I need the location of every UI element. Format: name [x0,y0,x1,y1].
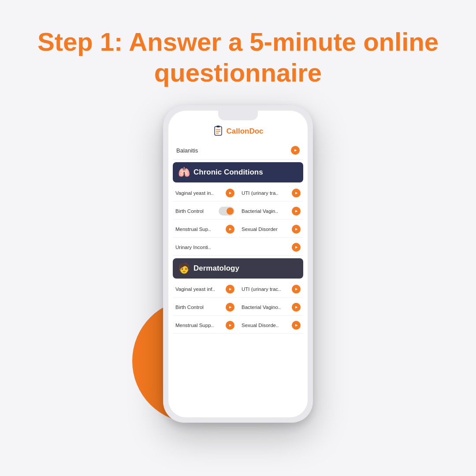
urinary-inconti-item[interactable]: Urinary Inconti.. [173,239,303,256]
phone-notch [218,111,258,120]
svg-rect-1 [216,126,220,127]
app-logo: CallonDoc [168,123,308,141]
derm-bacterial-arrow[interactable] [292,303,301,312]
derm-menstrual-label: Menstrual Supp.. [175,323,226,328]
urinary-inconti-label: Urinary Inconti.. [175,245,292,250]
phone-frame: CallonDoc Balanitis 🫁 Chronic Conditions… [163,105,313,423]
balanitis-arrow[interactable] [291,146,300,155]
derm-row-2: Birth Control Bacterial Vagino.. [173,299,303,316]
derm-birth-control-item[interactable]: Birth Control [173,299,237,316]
derm-uti-label: UTI (urinary trac.. [242,286,292,292]
derm-birth-control-arrow[interactable] [226,303,234,312]
svg-rect-0 [215,126,222,135]
uti-arrow[interactable] [292,189,301,197]
birth-control-item[interactable]: Birth Control [173,203,237,219]
menstrual-label: Menstrual Sup.. [175,227,226,232]
logo-name-start: Callon [226,127,249,135]
derm-menstrual-arrow[interactable] [226,321,234,330]
menstrual-arrow[interactable] [226,225,234,234]
menstrual-item[interactable]: Menstrual Sup.. [173,221,237,238]
derm-title: Dermatology [193,264,239,273]
balanitis-label: Balanitis [176,147,198,154]
chronic-conditions-header: 🫁 Chronic Conditions [173,162,303,182]
vaginal-yeast-arrow[interactable] [226,189,234,197]
derm-menstrual-item[interactable]: Menstrual Supp.. [173,317,237,334]
derm-bacterial-label: Bacterial Vagino.. [242,305,292,310]
derm-icon: 🧑 [178,263,190,274]
uti-label: UTI (urinary tra.. [242,190,292,196]
page-title: Step 1: Answer a 5-minute online questio… [0,26,476,88]
logo-name-end: Doc [249,127,263,135]
balanitis-row[interactable]: Balanitis [173,141,303,160]
bacterial-vagin-label: Bacterial Vagin.. [242,208,292,214]
chronic-row-1: Vaginal yeast in.. UTI (urinary tra.. [173,185,303,201]
step-label: Step 1: [37,27,123,56]
derm-vaginal-item[interactable]: Vaginal yeast inf.. [173,281,237,298]
vaginal-yeast-label: Vaginal yeast in.. [175,190,226,196]
dermatology-header: 🧑 Dermatology [173,258,303,279]
derm-bacterial-item[interactable]: Bacterial Vagino.. [239,299,303,316]
scene-container: CallonDoc Balanitis 🫁 Chronic Conditions… [145,105,331,436]
derm-vaginal-arrow[interactable] [226,285,234,294]
derm-sexual-item[interactable]: Sexual Disorde.. [239,317,303,334]
sexual-disorder-label: Sexual Disorder [242,227,292,232]
derm-vaginal-label: Vaginal yeast inf.. [175,286,226,292]
derm-uti-item[interactable]: UTI (urinary trac.. [239,281,303,298]
chronic-icon: 🫁 [178,167,190,178]
chronic-title: Chronic Conditions [193,168,263,177]
chronic-row-2: Birth Control Bacterial Vagin.. [173,203,303,219]
derm-sexual-arrow[interactable] [292,321,301,330]
page-header: Step 1: Answer a 5-minute online questio… [0,26,476,88]
phone-content: Balanitis 🫁 Chronic Conditions Vaginal y… [168,141,308,417]
vaginal-yeast-item[interactable]: Vaginal yeast in.. [173,185,237,201]
birth-control-label: Birth Control [175,208,217,214]
sexual-disorder-item[interactable]: Sexual Disorder [239,221,303,238]
logo-text: CallonDoc [226,127,263,136]
derm-uti-arrow[interactable] [292,285,301,294]
sexual-disorder-arrow[interactable] [292,225,301,234]
derm-birth-control-label: Birth Control [175,305,226,310]
birth-control-toggle[interactable] [219,207,234,216]
uti-item[interactable]: UTI (urinary tra.. [239,185,303,201]
urinary-inconti-arrow[interactable] [292,243,301,252]
derm-row-1: Vaginal yeast inf.. UTI (urinary trac.. [173,281,303,298]
phone-screen: CallonDoc Balanitis 🫁 Chronic Conditions… [168,111,308,417]
derm-sexual-label: Sexual Disorde.. [242,323,292,328]
chronic-row-3: Menstrual Sup.. Sexual Disorder [173,221,303,238]
derm-row-3: Menstrual Supp.. Sexual Disorde.. [173,317,303,334]
bacterial-vagin-arrow[interactable] [292,207,301,216]
bacterial-vagin-item[interactable]: Bacterial Vagin.. [239,203,303,219]
title-rest: Answer a 5-minute online questionnaire [123,27,439,87]
logo-icon [212,126,224,137]
